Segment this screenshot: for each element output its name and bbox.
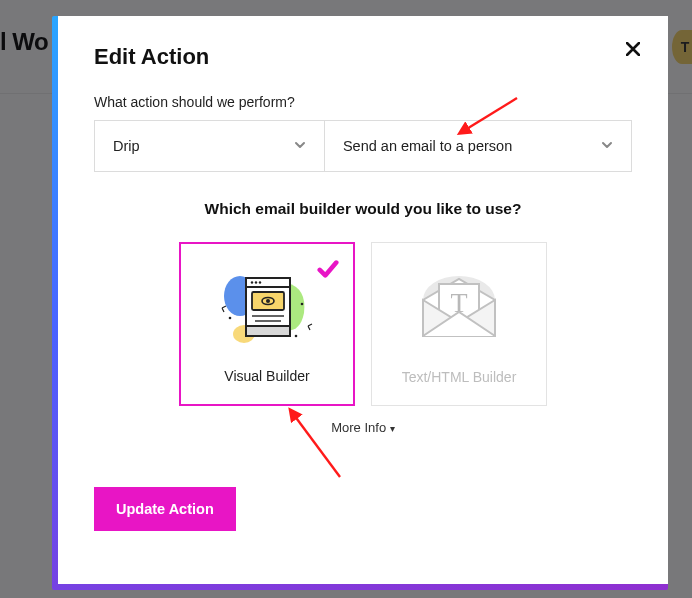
svg-point-4: [251, 281, 253, 283]
action-question-label: What action should we perform?: [94, 94, 632, 110]
close-button[interactable]: [626, 40, 640, 61]
close-icon: [626, 42, 640, 56]
more-info-toggle[interactable]: More Info ▾: [94, 420, 632, 435]
modal-title: Edit Action: [94, 44, 632, 70]
action-select-row: Drip Send an email to a person: [94, 120, 632, 172]
svg-point-13: [229, 317, 232, 320]
svg-point-15: [295, 335, 298, 338]
builder-cards: Visual Builder T Text/HTML Builder: [94, 242, 632, 406]
svg-point-9: [266, 299, 270, 303]
svg-point-6: [259, 281, 261, 283]
edit-action-modal: Edit Action What action should we perfor…: [58, 16, 668, 584]
provider-select-value: Drip: [113, 138, 140, 154]
svg-point-5: [255, 281, 257, 283]
visual-builder-card[interactable]: Visual Builder: [179, 242, 355, 406]
chevron-down-icon: ▾: [390, 423, 395, 434]
action-type-select-value: Send an email to a person: [343, 138, 512, 154]
builder-question-label: Which email builder would you like to us…: [94, 200, 632, 218]
text-html-builder-label: Text/HTML Builder: [402, 369, 517, 385]
check-icon: [317, 258, 339, 284]
provider-select[interactable]: Drip: [95, 121, 324, 171]
chevron-down-icon: [601, 138, 613, 154]
svg-rect-12: [246, 326, 290, 336]
more-info-label: More Info: [331, 420, 386, 435]
text-html-builder-card[interactable]: T Text/HTML Builder: [371, 242, 547, 406]
svg-point-14: [301, 303, 304, 306]
action-type-select[interactable]: Send an email to a person: [324, 121, 631, 171]
update-action-button[interactable]: Update Action: [94, 487, 236, 531]
chevron-down-icon: [294, 138, 306, 154]
visual-builder-label: Visual Builder: [224, 368, 309, 384]
text-html-builder-illustration: T: [372, 243, 546, 369]
